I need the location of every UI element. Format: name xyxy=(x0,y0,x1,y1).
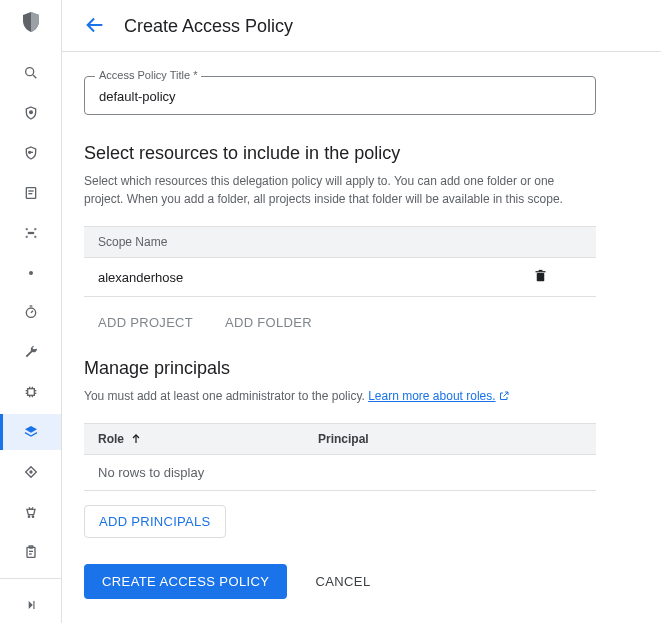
svg-point-12 xyxy=(26,308,35,317)
col-principal[interactable]: Principal xyxy=(318,432,582,446)
sidebar-item-layers-active[interactable] xyxy=(0,414,61,450)
policy-title-label: Access Policy Title * xyxy=(95,69,201,81)
sidebar-item-timer[interactable] xyxy=(0,295,61,331)
learn-more-link[interactable]: Learn more about roles. xyxy=(368,389,509,403)
scope-col-name: Scope Name xyxy=(98,235,582,249)
resource-actions: ADD PROJECT ADD FOLDER xyxy=(84,305,639,330)
scope-table: Scope Name alexanderhose xyxy=(84,226,596,297)
footer-actions: CREATE ACCESS POLICY CANCEL xyxy=(84,564,639,599)
sidebar-item-search[interactable] xyxy=(0,55,61,91)
sidebar-expand-icon[interactable] xyxy=(0,587,61,623)
sidebar xyxy=(0,0,62,623)
sidebar-item-shield-key[interactable] xyxy=(0,135,61,171)
svg-rect-36 xyxy=(536,271,546,272)
sidebar-divider xyxy=(0,578,61,579)
scope-table-header: Scope Name xyxy=(84,227,596,257)
content: Access Policy Title * Select resources t… xyxy=(62,52,661,619)
sidebar-item-clipboard[interactable] xyxy=(0,534,61,570)
policy-title-field[interactable]: Access Policy Title * xyxy=(84,76,596,115)
main: Create Access Policy Access Policy Title… xyxy=(62,0,661,623)
resources-description: Select which resources this delegation p… xyxy=(84,172,596,208)
shield-logo-icon xyxy=(19,10,43,37)
principals-heading: Manage principals xyxy=(84,358,639,379)
svg-point-27 xyxy=(28,516,29,517)
principals-empty: No rows to display xyxy=(84,455,596,491)
svg-point-28 xyxy=(32,516,33,517)
svg-point-0 xyxy=(25,68,33,76)
sidebar-item-wrench[interactable] xyxy=(0,334,61,370)
principals-table: Role Principal No rows to display xyxy=(84,423,596,491)
sidebar-item-cart[interactable] xyxy=(0,494,61,530)
cancel-button[interactable]: CANCEL xyxy=(315,574,370,589)
page-title: Create Access Policy xyxy=(124,16,293,37)
sidebar-item-dot[interactable] xyxy=(0,255,61,291)
resources-heading: Select resources to include in the polic… xyxy=(84,143,639,164)
delete-row-icon[interactable] xyxy=(533,268,582,286)
svg-point-11 xyxy=(29,271,33,275)
svg-point-2 xyxy=(29,111,32,114)
svg-line-13 xyxy=(31,311,33,313)
svg-point-8 xyxy=(28,232,29,233)
header: Create Access Policy xyxy=(62,0,661,52)
create-policy-button[interactable]: CREATE ACCESS POLICY xyxy=(84,564,287,599)
svg-point-10 xyxy=(32,232,33,233)
principals-description: You must add at least one administrator … xyxy=(84,387,596,405)
external-link-icon xyxy=(498,390,510,402)
add-project-button[interactable]: ADD PROJECT xyxy=(98,315,193,330)
svg-line-1 xyxy=(33,75,36,78)
sidebar-item-chip[interactable] xyxy=(0,374,61,410)
col-role[interactable]: Role xyxy=(98,432,318,446)
svg-rect-15 xyxy=(27,389,34,396)
sort-arrow-up-icon xyxy=(130,433,142,445)
sidebar-item-perimeter[interactable] xyxy=(0,215,61,251)
sidebar-item-diamond[interactable] xyxy=(0,454,61,490)
principals-description-text: You must add at least one administrator … xyxy=(84,389,368,403)
table-row: alexanderhose xyxy=(84,257,596,296)
svg-line-38 xyxy=(503,392,508,397)
svg-rect-33 xyxy=(33,601,34,609)
svg-rect-29 xyxy=(27,547,35,557)
col-role-label: Role xyxy=(98,432,124,446)
svg-rect-37 xyxy=(539,270,543,271)
scope-row-name: alexanderhose xyxy=(98,270,533,285)
add-principals-button[interactable]: ADD PRINCIPALS xyxy=(84,505,226,538)
add-folder-button[interactable]: ADD FOLDER xyxy=(225,315,312,330)
svg-rect-35 xyxy=(537,273,545,281)
principals-table-header: Role Principal xyxy=(84,423,596,455)
back-arrow-icon[interactable] xyxy=(84,14,106,39)
svg-point-9 xyxy=(30,232,31,233)
policy-title-input[interactable] xyxy=(99,89,581,104)
sidebar-item-shield-outline[interactable] xyxy=(0,95,61,131)
sidebar-item-doc[interactable] xyxy=(0,175,61,211)
svg-point-24 xyxy=(30,471,32,473)
